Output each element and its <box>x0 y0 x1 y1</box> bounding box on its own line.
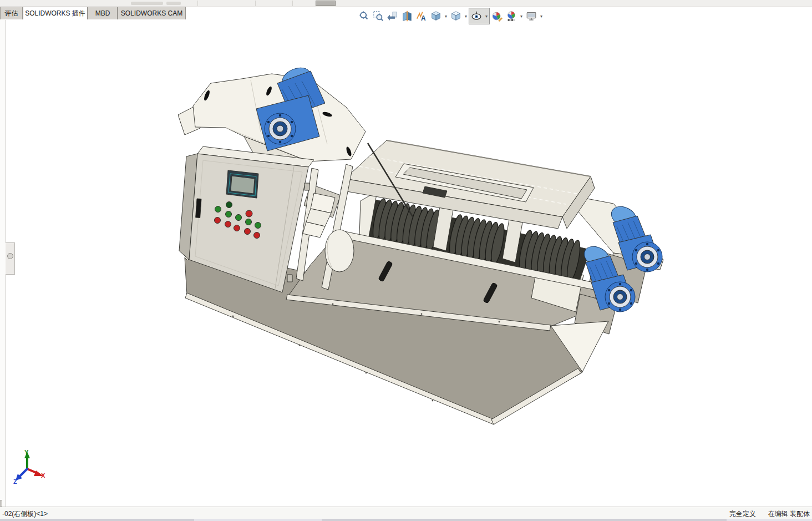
machine-3d-model[interactable]: Y X Z <box>0 20 812 507</box>
apply-scene-dropdown[interactable]: ▾ <box>519 8 524 24</box>
apply-scene-icon[interactable] <box>504 8 519 24</box>
tab-solidworks-cam[interactable]: SOLIDWORKS CAM <box>118 7 186 19</box>
edit-appearance-icon[interactable] <box>490 8 504 24</box>
svg-text:A: A <box>421 14 426 22</box>
cabinet-hinge <box>304 183 309 190</box>
toolbar-button-partial[interactable] <box>316 1 336 6</box>
status-bar: -02(右侧板)<1> 完全定义 在编辑 装配体 <box>0 507 812 519</box>
zoom-to-fit-icon[interactable] <box>357 8 371 24</box>
heads-up-toolbar: A ▾ ▾ ▾ ▾ ▾ <box>357 8 544 24</box>
hide-show-items-dropdown[interactable]: ▾ <box>484 8 489 24</box>
section-view-icon[interactable] <box>400 8 414 24</box>
triad-z-label: Z <box>13 478 17 485</box>
triad-y-label: Y <box>24 449 29 456</box>
view-orientation-dropdown[interactable]: ▾ <box>443 8 449 24</box>
tab-evaluate[interactable]: 评估 <box>0 7 23 19</box>
taskbar-segment <box>194 519 322 521</box>
hide-show-items-button[interactable]: ▾ <box>469 8 490 24</box>
zoom-to-area-icon[interactable] <box>371 8 385 24</box>
toolbar-separator <box>255 1 256 6</box>
cabinet-hinge <box>287 275 292 282</box>
taskbar-sliver <box>0 519 812 521</box>
expand-knob-icon <box>7 253 13 259</box>
status-definition: 完全定义 <box>729 509 756 519</box>
tab-mbd[interactable]: MBD <box>88 7 118 19</box>
pane-corner <box>0 500 2 507</box>
feature-tree-expand-handle[interactable] <box>6 242 15 275</box>
toolbar-separator <box>292 1 293 6</box>
view-settings-dropdown[interactable]: ▾ <box>539 8 544 24</box>
annotation-views-icon[interactable]: A <box>414 8 429 24</box>
toolbar-separator <box>197 1 198 6</box>
status-edit-mode: 在编辑 装配体 <box>768 509 810 519</box>
cabinet-display <box>226 170 258 198</box>
tab-solidworks-addins[interactable]: SOLIDWORKS 插件 <box>23 7 88 19</box>
view-settings-icon[interactable] <box>524 8 539 24</box>
view-orientation-icon[interactable] <box>429 8 443 24</box>
hide-show-items-icon[interactable] <box>469 8 484 24</box>
disabled-toolbar-ghost <box>166 2 181 5</box>
taskbar-segment <box>727 519 812 521</box>
graphics-viewport[interactable]: Y X Z <box>0 20 812 507</box>
triad-x-label: X <box>41 472 45 479</box>
previous-view-icon[interactable] <box>385 8 400 24</box>
display-style-icon[interactable] <box>449 8 463 24</box>
display-style-dropdown[interactable]: ▾ <box>463 8 469 24</box>
status-selection: -02(右侧板)<1> <box>2 509 48 519</box>
reference-triad: Y X Z <box>13 449 45 485</box>
disabled-toolbar-ghost <box>131 2 163 5</box>
